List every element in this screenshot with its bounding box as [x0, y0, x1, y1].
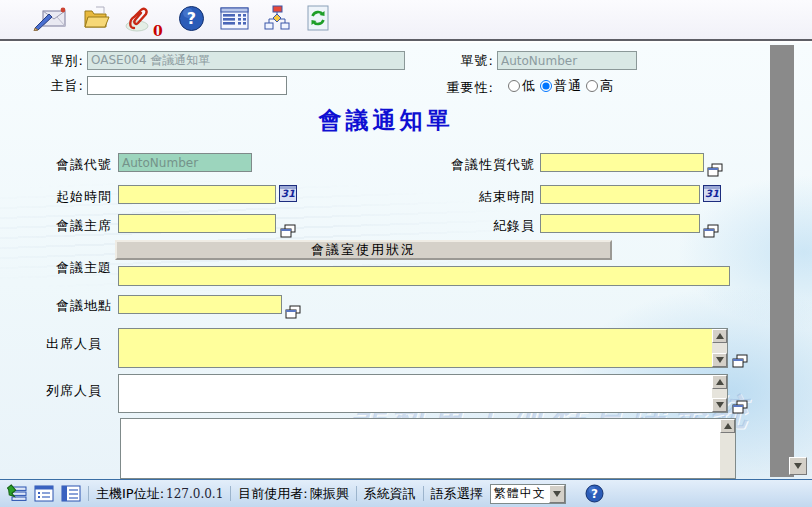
export-view-button[interactable]	[7, 484, 27, 503]
scroll-up-button[interactable]	[712, 375, 727, 389]
end-time-input[interactable]	[540, 185, 700, 204]
observers-textarea[interactable]	[118, 374, 728, 413]
remarks-textarea[interactable]	[120, 418, 736, 479]
panel-view-icon	[61, 484, 81, 503]
importance-option-low: 低	[508, 77, 536, 95]
up-arrow-icon	[716, 333, 724, 339]
popup-window-icon	[732, 354, 748, 368]
scroll-up-button[interactable]	[720, 419, 735, 433]
start-time-calendar-button[interactable]: 31	[279, 185, 297, 202]
end-time-label: 結束時間	[418, 188, 535, 206]
scroll-down-button[interactable]	[712, 398, 727, 412]
attachment-button[interactable]: 0	[125, 4, 163, 35]
svg-text:?: ?	[187, 9, 196, 28]
popup-window-icon	[732, 400, 748, 414]
attendees-textarea[interactable]	[118, 328, 728, 368]
statusbar-divider	[88, 486, 89, 501]
doc-no-label: 單號:	[428, 52, 494, 70]
importance-radio-normal[interactable]	[540, 80, 552, 92]
chevron-down-icon	[553, 491, 561, 497]
recorder-label: 紀錄員	[418, 217, 535, 235]
subject-label: 主旨:	[18, 77, 84, 95]
open-folder-icon	[82, 5, 110, 34]
location-lookup-button[interactable]	[285, 305, 301, 319]
down-arrow-icon	[716, 402, 724, 408]
export-icon	[7, 484, 27, 503]
end-time-calendar-button[interactable]: 31	[703, 185, 721, 202]
meeting-code-label: 會議代號	[20, 156, 112, 174]
remarks-scrollbar[interactable]	[720, 419, 735, 478]
recorder-lookup-button[interactable]	[703, 224, 719, 238]
recorder-input[interactable]	[540, 214, 700, 233]
up-arrow-icon	[724, 423, 732, 429]
help-icon: ?	[178, 5, 205, 35]
right-scrollbar-track[interactable]	[770, 45, 794, 477]
meeting-type-code-input[interactable]	[540, 153, 704, 172]
observers-lookup-button[interactable]	[732, 400, 748, 414]
meeting-code-field	[118, 153, 252, 172]
help-icon: ?	[585, 484, 604, 503]
scroll-down-button[interactable]	[712, 353, 727, 367]
status-bar: 主機IP位址:127.0.0.1 目前使用者:陳振興 系統資訊 語系選擇 繁體中…	[0, 479, 812, 507]
page-title: 會議通知單	[0, 105, 772, 136]
meeting-type-lookup-button[interactable]	[707, 163, 723, 177]
up-arrow-icon	[716, 379, 724, 385]
attendees-input[interactable]	[119, 329, 712, 367]
attachment-count-badge: 0	[153, 23, 163, 39]
popup-window-icon	[707, 163, 723, 177]
help-button[interactable]: ?	[178, 5, 205, 35]
statusbar-help-button[interactable]: ?	[585, 484, 604, 503]
data-browse-icon	[220, 6, 249, 34]
dropdown-button[interactable]	[549, 485, 565, 503]
language-select-value: 繁體中文	[491, 485, 549, 502]
attendees-label: 出席人員	[26, 335, 102, 353]
statusbar-divider	[356, 486, 357, 501]
system-info-link[interactable]: 系統資訊	[364, 485, 416, 503]
form-area: ✓ 鼎新電子流程管理系統 單別: 單號: 主旨: 重要性: 低 普通 高 會議通…	[0, 43, 812, 479]
start-time-input[interactable]	[118, 185, 276, 204]
host-ip-label: 主機IP位址:	[96, 485, 164, 503]
down-arrow-icon	[716, 357, 724, 363]
attendees-lookup-button[interactable]	[732, 354, 748, 368]
chairman-label: 會議主席	[20, 217, 112, 235]
popup-window-icon	[703, 224, 719, 238]
importance-radio-high[interactable]	[586, 80, 598, 92]
location-input[interactable]	[118, 295, 282, 314]
language-select-label: 語系選擇	[431, 485, 483, 503]
language-select[interactable]: 繁體中文	[490, 484, 566, 504]
doc-type-label: 單別:	[18, 52, 84, 70]
chairman-lookup-button[interactable]	[280, 224, 296, 238]
importance-label: 重要性:	[420, 79, 494, 97]
topic-input[interactable]	[118, 266, 730, 286]
importance-radio-group: 低 普通 高	[508, 77, 614, 95]
down-arrow-icon	[794, 463, 802, 469]
remarks-input[interactable]	[121, 419, 720, 478]
window-list-icon	[34, 484, 54, 503]
flow-chart-icon	[264, 5, 291, 34]
window-list-button[interactable]	[34, 484, 54, 503]
room-status-button[interactable]: 會議室使用狀況	[115, 240, 612, 260]
importance-radio-low[interactable]	[508, 80, 520, 92]
send-mail-button[interactable]	[33, 5, 67, 34]
observers-label: 列席人員	[26, 382, 102, 400]
topic-label: 會議主題	[18, 259, 112, 277]
open-folder-button[interactable]	[82, 5, 110, 34]
refresh-button[interactable]	[306, 5, 330, 34]
statusbar-divider	[423, 486, 424, 501]
current-user-value: 陳振興	[310, 485, 349, 503]
host-ip-value: 127.0.0.1	[166, 487, 223, 501]
subject-input[interactable]	[87, 76, 287, 95]
scroll-up-button[interactable]	[712, 329, 727, 343]
observers-input[interactable]	[119, 375, 712, 412]
chairman-input[interactable]	[118, 214, 276, 233]
attachment-icon	[125, 4, 151, 35]
importance-option-high: 高	[586, 77, 614, 95]
window-scroll-down-button[interactable]	[789, 457, 807, 475]
panel-view-button[interactable]	[61, 484, 81, 503]
data-browse-button[interactable]	[220, 6, 249, 34]
attendees-scrollbar[interactable]	[712, 329, 727, 367]
importance-option-normal: 普通	[540, 77, 582, 95]
observers-scrollbar[interactable]	[712, 375, 727, 412]
refresh-icon	[306, 5, 330, 34]
flow-chart-button[interactable]	[264, 5, 291, 34]
